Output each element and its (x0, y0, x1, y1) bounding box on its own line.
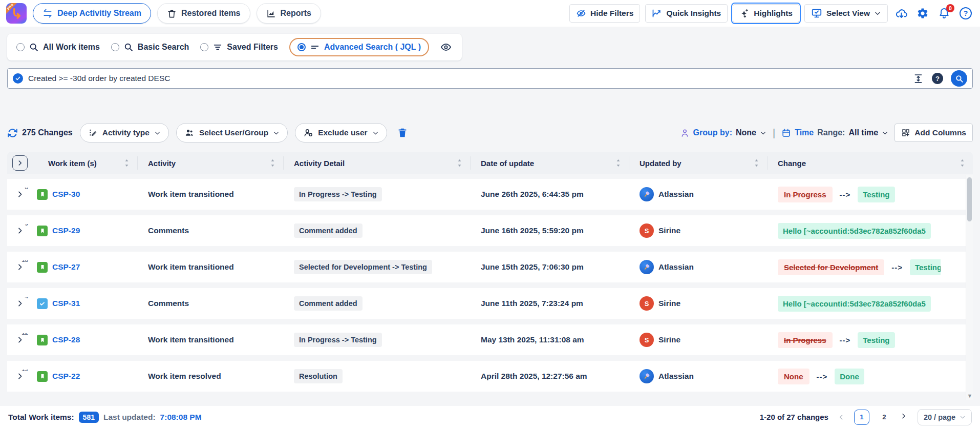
expand-editor-button[interactable] (912, 72, 924, 85)
work-item-link[interactable]: CSP-29 (52, 226, 80, 235)
radio-all-work-items[interactable] (16, 43, 25, 51)
activity-type-dropdown[interactable]: Activity type (80, 123, 169, 142)
highlights-label: Highlights (754, 9, 793, 18)
quick-insights-button[interactable]: Quick Insights (645, 4, 728, 23)
column-header-3[interactable]: Date of update (471, 156, 629, 170)
date-of-update: April 28th 2025, 12:27:56 am (481, 372, 587, 381)
scrollbar-thumb[interactable] (967, 177, 972, 221)
deep-activity-stream-button[interactable]: Deep Activitiy Stream (33, 3, 151, 24)
sort-icon[interactable] (269, 158, 276, 168)
add-columns-label: Add Columns (914, 128, 966, 137)
row-change-count: 8 (25, 188, 28, 190)
work-item-link[interactable]: CSP-22 (52, 372, 80, 381)
row-change-count: 19 (22, 370, 28, 372)
work-item-link[interactable]: CSP-30 (52, 190, 80, 199)
search-mode-all-work-items[interactable]: All Work items (16, 42, 100, 52)
restored-items-button[interactable]: Restored items (157, 3, 250, 24)
sort-icon[interactable] (753, 158, 760, 168)
range-value: All time (848, 128, 878, 137)
expand-all-button[interactable] (12, 155, 28, 171)
grid-plus-icon (901, 128, 910, 137)
story-type-icon (37, 262, 48, 273)
column-header-4[interactable]: Updated by (629, 156, 768, 170)
page-size-select[interactable]: 20 / page (918, 409, 972, 425)
preview-query-button[interactable] (439, 40, 453, 54)
hide-filters-label: Hide Filters (590, 9, 633, 18)
refresh-icon[interactable] (7, 128, 18, 138)
settings-button[interactable] (914, 5, 931, 22)
select-view-button[interactable]: Select View (804, 4, 888, 23)
select-view-label: Select View (826, 9, 870, 18)
select-user-group-dropdown[interactable]: Select User/Group (176, 123, 288, 142)
chevron-right-icon (16, 159, 24, 167)
change-comment-badge: Hello [~accountid:5d3ec782a852f60da5 (778, 296, 931, 312)
swap-arrows-icon (42, 8, 53, 18)
previous-page-button[interactable] (836, 414, 847, 421)
monitor-check-icon (811, 8, 822, 19)
expand-row-button[interactable]: 19 (13, 370, 27, 383)
activity-type-label: Activity type (102, 128, 150, 137)
change-arrow: --> (840, 190, 851, 199)
column-header-2[interactable]: Activity Detail (284, 156, 471, 170)
column-label: Work item (s) (48, 159, 97, 168)
column-header-0[interactable]: Work item (s) (33, 156, 138, 170)
column-header-1[interactable]: Activity (138, 156, 284, 170)
time-range-control[interactable]: Time Range: All time (781, 128, 888, 138)
reports-button[interactable]: Reports (257, 3, 321, 24)
total-work-items-badge: 581 (79, 412, 99, 423)
expand-row-button[interactable]: 12 (13, 333, 27, 347)
change-new-badge: Testing (910, 259, 941, 275)
changes-count-label: 275 Changes (22, 128, 73, 137)
chart-icon (266, 9, 276, 18)
work-item-link[interactable]: CSP-31 (52, 299, 80, 308)
expand-row-button[interactable]: 18 (13, 260, 27, 274)
date-of-update: June 26th 2025, 6:44:35 pm (481, 190, 584, 199)
work-item-link[interactable]: CSP-27 (52, 262, 80, 272)
notifications-button[interactable]: 0 (936, 5, 952, 22)
page-2-button[interactable]: 2 (877, 410, 892, 425)
column-header-5[interactable]: Change (768, 156, 973, 170)
activity-label: Work item transitioned (148, 335, 234, 344)
next-page-button[interactable] (899, 414, 910, 421)
add-columns-button[interactable]: Add Columns (894, 124, 973, 142)
column-label: Activity (148, 159, 176, 168)
vertical-scrollbar[interactable]: ▼ (966, 175, 973, 400)
scrollbar-down-arrow[interactable]: ▼ (966, 393, 973, 399)
expand-row-button[interactable]: 9 (13, 224, 27, 237)
help-button[interactable]: ? (957, 5, 974, 22)
exclude-user-dropdown[interactable]: Exclude user (295, 123, 387, 142)
pagination-range-label: 1-20 of 27 changes (760, 413, 828, 421)
jql-input-bar[interactable]: Created >= -30d order by created DESC ? (7, 68, 973, 89)
change-old-badge: In Progress (778, 187, 833, 202)
cloud-download-button[interactable] (893, 5, 909, 22)
jql-help-button[interactable]: ? (931, 72, 944, 85)
search-mode-advanced-search[interactable]: Advanced Search ( JQL ) (289, 38, 429, 56)
expand-row-button[interactable]: 8 (13, 188, 27, 201)
sort-icon[interactable] (456, 158, 463, 168)
jql-query-input[interactable]: Created >= -30d order by created DESC (28, 74, 907, 83)
change-cell: Selected for Development-->Testing (778, 259, 941, 275)
table-row: 4CSP-31CommentsComment addedJune 11th 20… (7, 288, 973, 319)
search-mode-basic-search[interactable]: Basic Search (111, 42, 189, 52)
search-mode-saved-filters[interactable]: Saved Filters (200, 42, 278, 52)
search-submit-button[interactable] (951, 70, 967, 87)
search-mode-label: Basic Search (138, 43, 189, 52)
hide-filters-button[interactable]: Hide Filters (569, 4, 640, 23)
radio-saved-filters[interactable] (200, 43, 208, 51)
highlights-button[interactable]: Highlights (733, 4, 799, 23)
sort-icon[interactable] (615, 158, 622, 168)
sort-icon[interactable] (123, 158, 130, 168)
clear-filters-button[interactable] (394, 125, 411, 141)
user-exclude-icon (303, 128, 313, 138)
radio-basic-search[interactable] (111, 43, 119, 51)
page-1-button[interactable]: 1 (854, 410, 869, 425)
group-by-control[interactable]: Group by: None (680, 128, 766, 138)
expand-row-button[interactable]: 4 (13, 297, 27, 310)
radio-advanced-search[interactable] (297, 43, 306, 51)
change-old-badge: None (778, 369, 809, 384)
chevron-down-icon (874, 10, 881, 17)
work-item-link[interactable]: CSP-28 (52, 335, 80, 344)
updated-by-name: Atlassian (658, 190, 694, 199)
updated-by-name: Sirine (658, 299, 680, 308)
sort-icon[interactable] (959, 158, 966, 168)
